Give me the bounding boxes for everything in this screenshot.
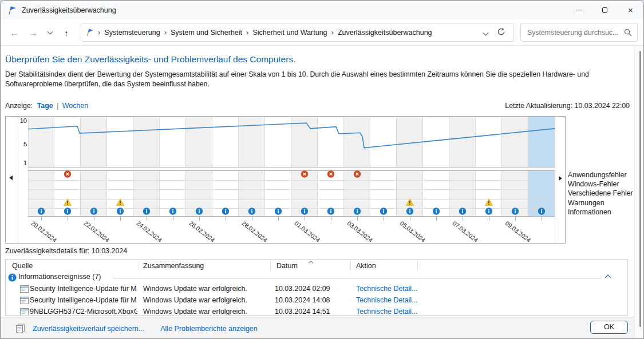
technical-details-link[interactable]: Technische Detail... bbox=[356, 306, 419, 316]
table-row[interactable]: Security Intelligence-Update für M...Win… bbox=[6, 294, 627, 306]
search-box bbox=[520, 23, 638, 42]
refresh-button[interactable] bbox=[493, 27, 509, 38]
recent-pages-button[interactable] bbox=[45, 19, 55, 46]
toolbar: ← → ↑ ›Systemsteuerung›System und Sicher… bbox=[1, 19, 643, 46]
column-header-quelle[interactable]: Quelle bbox=[12, 260, 33, 272]
breadcrumb-item[interactable]: System und Sicherheit bbox=[171, 29, 242, 37]
save-reliability-history-link[interactable]: Zuverlässigkeitsverlauf speichern... bbox=[33, 325, 144, 333]
day-column[interactable] bbox=[28, 117, 54, 167]
maximize-button[interactable] bbox=[592, 1, 618, 19]
info-icon bbox=[169, 208, 177, 215]
day-column[interactable] bbox=[318, 117, 344, 167]
warning-icon bbox=[406, 198, 414, 206]
technical-details-link[interactable]: Technische Detail... bbox=[356, 294, 419, 306]
info-event bbox=[380, 207, 388, 217]
day-column[interactable] bbox=[397, 117, 423, 167]
day-column[interactable] bbox=[370, 117, 397, 167]
info-icon bbox=[380, 208, 388, 215]
scroll-left-strip[interactable] bbox=[6, 117, 18, 243]
stability-index-chart bbox=[28, 117, 555, 167]
minimize-icon bbox=[576, 10, 582, 10]
breadcrumb-chevron-icon: › bbox=[331, 28, 334, 37]
day-column[interactable] bbox=[212, 117, 239, 167]
collapse-group-icon[interactable] bbox=[605, 274, 611, 281]
view-all-problem-reports-link[interactable]: Alle Problemberichte anzeigen bbox=[160, 325, 258, 333]
day-column[interactable] bbox=[423, 117, 449, 167]
up-button[interactable]: ↑ bbox=[60, 19, 73, 46]
info-event bbox=[354, 207, 361, 217]
minimize-button[interactable] bbox=[566, 1, 592, 19]
forward-button[interactable]: → bbox=[26, 19, 40, 46]
close-icon: × bbox=[628, 6, 633, 14]
info-event bbox=[485, 207, 493, 217]
footer-bar: Zuverlässigkeitsverlauf speichern... All… bbox=[1, 317, 634, 339]
date-label: 28.02.2024 bbox=[241, 220, 269, 244]
view-label: Anzeige: bbox=[5, 102, 33, 110]
legend-label: Verschiedene Fehler bbox=[568, 189, 633, 198]
error-event bbox=[301, 170, 309, 180]
close-button[interactable]: × bbox=[618, 1, 643, 19]
legend-label: Warnungen bbox=[568, 198, 633, 208]
day-column[interactable] bbox=[344, 117, 370, 167]
day-column[interactable] bbox=[449, 117, 476, 167]
day-column[interactable] bbox=[133, 117, 160, 167]
group-row-informationsereignisse[interactable]: Informationsereignisse (7) bbox=[6, 272, 627, 283]
day-column[interactable] bbox=[160, 117, 186, 167]
day-column[interactable] bbox=[476, 117, 502, 167]
search-input[interactable] bbox=[526, 28, 624, 37]
scroll-right-icon[interactable] bbox=[559, 176, 562, 181]
table-row[interactable]: 9NBLGGH537C2-Microsoft.XboxG...Windows U… bbox=[6, 306, 627, 316]
breadcrumb-item[interactable]: Systemsteuerung bbox=[104, 29, 160, 37]
y-axis-tick-label: 5 bbox=[18, 141, 27, 147]
vertical-scrollbar[interactable] bbox=[634, 46, 644, 339]
info-icon bbox=[459, 208, 467, 215]
info-event bbox=[433, 207, 440, 217]
breadcrumb-item[interactable]: Sicherheit und Wartung bbox=[252, 29, 327, 37]
info-icon bbox=[117, 208, 124, 215]
day-column[interactable] bbox=[265, 117, 291, 167]
flag-icon bbox=[86, 28, 94, 37]
error-icon bbox=[327, 170, 335, 178]
error-event bbox=[64, 170, 72, 180]
info-icon bbox=[275, 208, 282, 215]
date-label: 22.02.2024 bbox=[83, 220, 111, 244]
day-column[interactable] bbox=[502, 117, 528, 167]
application-icon bbox=[20, 297, 29, 304]
day-column[interactable] bbox=[291, 117, 318, 167]
column-header-datum[interactable]: Datum bbox=[276, 260, 298, 272]
view-weeks-link[interactable]: Wochen bbox=[62, 102, 88, 110]
breadcrumb-item[interactable]: Zuverlässigkeitsüberwachung bbox=[338, 29, 432, 37]
breadcrumb-chevron-icon: › bbox=[164, 28, 167, 37]
view-days-link[interactable]: Tage bbox=[37, 102, 53, 110]
day-column[interactable] bbox=[186, 117, 212, 167]
day-column[interactable] bbox=[528, 117, 555, 167]
view-switch: Anzeige: Tage | Wochen bbox=[5, 102, 88, 110]
sort-ascending-icon bbox=[309, 261, 313, 265]
warning-icon bbox=[485, 198, 493, 206]
cell-zusammenfassung: Windows Update war erfolgreich. bbox=[143, 283, 266, 294]
column-header-zusammenfassung[interactable]: Zusammenfassung bbox=[143, 260, 204, 272]
address-dropdown-button[interactable] bbox=[478, 29, 493, 37]
y-axis-tick-label: 1 bbox=[18, 159, 27, 166]
legend-label: Informationen bbox=[568, 208, 633, 217]
back-button[interactable]: ← bbox=[7, 19, 21, 46]
day-column[interactable] bbox=[107, 117, 133, 167]
day-column[interactable] bbox=[239, 117, 265, 167]
breadcrumb: ›Systemsteuerung›System und Sicherheit›S… bbox=[81, 23, 514, 42]
column-header-aktion[interactable]: Aktion bbox=[356, 260, 376, 272]
table-row[interactable]: Security Intelligence-Update für M...Win… bbox=[6, 283, 627, 294]
last-update-label: Letzte Aktualisierung: 10.03.2024 22:00 bbox=[505, 102, 630, 110]
technical-details-link[interactable]: Technische Detail... bbox=[356, 283, 419, 294]
scrollbar-thumb[interactable] bbox=[639, 51, 641, 327]
breadcrumb-chevron-icon: › bbox=[98, 28, 100, 37]
info-icon bbox=[248, 208, 256, 215]
ok-button[interactable]: OK bbox=[590, 321, 628, 334]
save-history-icon bbox=[15, 324, 26, 333]
day-column[interactable] bbox=[81, 117, 107, 167]
info-event bbox=[538, 207, 546, 217]
info-icon bbox=[354, 208, 361, 215]
day-column[interactable] bbox=[54, 117, 81, 167]
legend-label: Anwendungsfehler bbox=[568, 170, 633, 180]
title-bar: Zuverlässigkeitsüberwachung × bbox=[1, 1, 643, 19]
breadcrumb-chevron-icon: › bbox=[246, 28, 248, 37]
